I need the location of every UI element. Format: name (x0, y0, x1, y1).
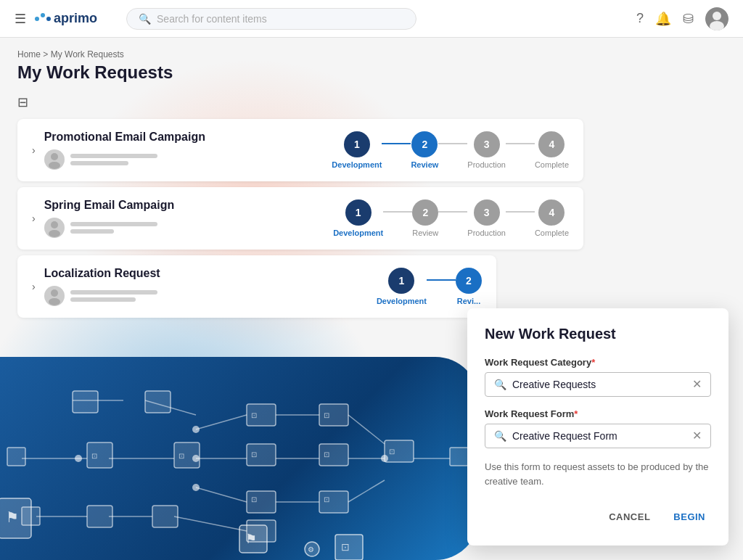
avatar[interactable] (705, 7, 728, 30)
svg-line-10 (348, 480, 385, 502)
svg-text:⊡: ⊡ (178, 452, 184, 460)
stage-production: 3 Production (467, 199, 506, 237)
svg-point-61 (49, 230, 60, 237)
search-icon: 🔍 (139, 13, 151, 25)
stage-bubble: 3 (474, 131, 500, 157)
form-value: Creative Request Form (512, 430, 686, 442)
request-avatar (44, 286, 65, 306)
request-item[interactable]: › Promotional Email Campaign (17, 119, 583, 181)
bar-2 (70, 297, 136, 302)
stage-production: 3 Production (467, 131, 506, 169)
stage-label: Production (467, 160, 506, 169)
app-header: ☰ aprimo 🔍 Search for content items ? 🔔 … (0, 0, 743, 38)
form-field[interactable]: 🔍 Creative Request Form ✕ (485, 424, 711, 448)
svg-point-35 (381, 455, 388, 462)
stage-review: 2 Revi... (456, 268, 482, 305)
svg-text:⊡: ⊡ (251, 495, 257, 503)
required-marker: * (591, 357, 595, 368)
svg-point-63 (49, 298, 60, 305)
stage-label: Development (332, 160, 382, 169)
form-clear-icon[interactable]: ✕ (692, 430, 702, 442)
request-name: Localization Request (44, 267, 377, 280)
bar-1 (70, 154, 157, 158)
stage-development: 1 Development (332, 131, 382, 169)
request-item[interactable]: › Spring Email Campaign (17, 187, 583, 250)
svg-text:⊡: ⊡ (251, 450, 257, 458)
stage-label: Development (377, 297, 427, 305)
chevron-icon[interactable]: › (32, 213, 36, 224)
stage-review: 2 Review (411, 131, 438, 169)
breadcrumb-home[interactable]: Home (17, 49, 41, 59)
logo-dots (35, 17, 51, 21)
stage-connector (382, 143, 411, 144)
category-search-icon: 🔍 (494, 379, 506, 390)
breadcrumb-current: My Work Requests (51, 49, 124, 59)
stage-label: Revi... (457, 297, 480, 305)
category-field[interactable]: 🔍 Creative Requests ✕ (485, 372, 711, 397)
category-label: Work Request Category* (485, 357, 711, 368)
request-avatar (44, 218, 65, 238)
svg-point-36 (192, 426, 200, 433)
stage-complete: 4 Complete (535, 199, 569, 237)
svg-text:⊡: ⊡ (324, 495, 329, 503)
svg-text:⊡: ⊡ (389, 448, 395, 456)
request-name: Promotional Email Campaign (44, 131, 332, 144)
request-meta (44, 218, 334, 238)
stage-bubble: 2 (412, 199, 438, 226)
chevron-icon[interactable]: › (32, 281, 36, 292)
stage-bubble: 3 (474, 199, 500, 226)
category-value: Creative Requests (512, 379, 686, 390)
form-description: Use this form to request assets to be pr… (485, 460, 711, 488)
menu-icon[interactable]: ☰ (15, 11, 26, 27)
stage-development: 1 Development (333, 199, 383, 237)
stage-label: Production (467, 228, 506, 237)
svg-line-8 (348, 415, 385, 444)
stage-bubble: 4 (538, 199, 565, 226)
svg-text:⊡: ⊡ (341, 541, 350, 553)
category-clear-icon[interactable]: ✕ (692, 379, 702, 390)
svg-line-4 (196, 487, 247, 502)
stage-connector (506, 211, 535, 213)
svg-text:⚙: ⚙ (308, 545, 314, 553)
svg-line-2 (196, 415, 247, 429)
cancel-button[interactable]: CANCEL (603, 506, 656, 528)
bar-1 (70, 290, 157, 295)
stage-connector (427, 279, 456, 281)
svg-point-56 (713, 12, 721, 20)
search-bar[interactable]: 🔍 Search for content items (126, 8, 416, 30)
request-bars (70, 222, 157, 234)
stage-label: Development (333, 228, 383, 237)
svg-rect-27 (450, 448, 468, 466)
new-work-request-modal: New Work Request Work Request Category* … (467, 308, 728, 545)
workflow-diagram: ⊡ ⊡ ⊡ ⊡ ⊡ ⊡ ⊡ ⊡ ⊡ ⚑ ⚑ ⚙ ⊡ (0, 357, 479, 560)
begin-button[interactable]: BEGIN (668, 506, 711, 528)
stage-bubble: 4 (538, 131, 565, 157)
breadcrumb: Home > My Work Requests (17, 49, 726, 59)
filter-icon[interactable]: ⊟ (17, 94, 726, 110)
modal-actions: CANCEL BEGIN (485, 506, 711, 528)
stage-review: 2 Review (412, 199, 438, 237)
svg-rect-29 (87, 506, 112, 527)
svg-text:⊡: ⊡ (91, 452, 97, 460)
form-label: Work Request Form* (485, 408, 711, 419)
request-item[interactable]: › Localization Request (17, 255, 496, 318)
stage-connector (383, 211, 412, 213)
bag-icon[interactable]: ⛁ (683, 11, 694, 27)
requests-list: › Promotional Email Campaign (17, 119, 726, 318)
svg-point-58 (51, 153, 58, 160)
bell-icon[interactable]: 🔔 (655, 11, 671, 27)
svg-point-59 (49, 162, 60, 169)
chevron-icon[interactable]: › (32, 144, 36, 156)
main-content: Home > My Work Requests My Work Requests… (0, 38, 743, 335)
svg-point-62 (51, 289, 58, 297)
stage-label: Complete (535, 228, 569, 237)
stage-bubble: 1 (344, 131, 370, 157)
svg-rect-32 (73, 391, 98, 413)
stage-development: 1 Development (377, 268, 427, 305)
help-icon[interactable]: ? (636, 11, 644, 26)
svg-rect-30 (152, 506, 178, 527)
stages: 1 Development 2 Review 3 Production 4 Co… (333, 199, 569, 237)
svg-rect-17 (7, 448, 25, 466)
request-bars (70, 290, 157, 302)
form-search-icon: 🔍 (494, 430, 506, 442)
